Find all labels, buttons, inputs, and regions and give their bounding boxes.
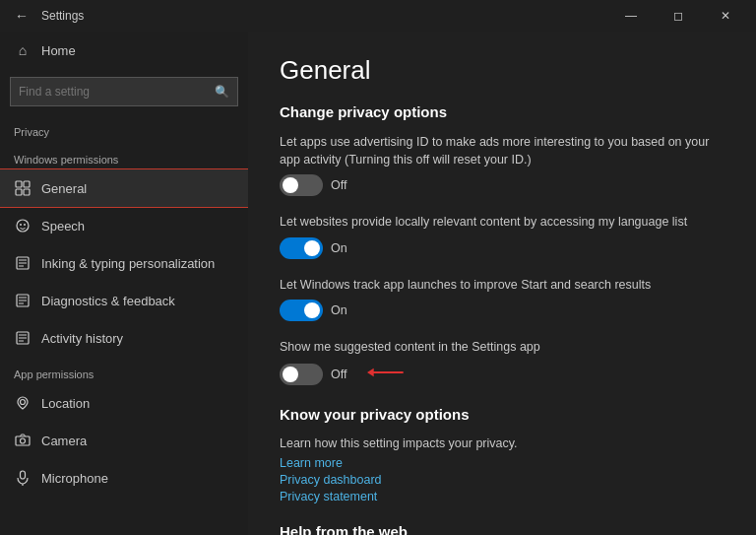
advertising-toggle-knob [283,177,298,193]
change-privacy-title: Change privacy options [280,103,724,120]
content-area: General Change privacy options Let apps … [248,32,756,535]
maximize-icon: ◻ [673,9,683,23]
suggested-toggle-knob [283,367,298,382]
sidebar-item-location-label: Location [41,396,90,411]
app-title: Settings [41,9,84,23]
svg-point-6 [24,224,26,226]
sidebar-item-microphone[interactable]: Microphone [0,459,248,497]
tracking-toggle-row: On [280,300,724,321]
sidebar-item-activity[interactable]: Activity history [0,319,248,357]
inking-icon [14,254,32,272]
know-desc: Learn how this setting impacts your priv… [280,436,724,450]
svg-point-21 [21,438,26,443]
home-icon: ⌂ [14,41,32,59]
learn-more-link[interactable]: Learn more [280,456,724,470]
svg-rect-3 [24,189,30,195]
privacy-statement-link[interactable]: Privacy statement [280,490,724,503]
svg-rect-2 [16,189,22,195]
sidebar-item-speech-label: Speech [41,219,85,234]
back-button[interactable]: ← [8,2,35,30]
tracking-toggle-label: On [331,303,347,317]
suggested-toggle-row: Off [280,363,724,386]
websites-toggle-row: On [280,237,724,259]
minimize-button[interactable]: — [608,0,654,32]
sidebar-item-home[interactable]: ⌂ Home [0,32,248,69]
sidebar-item-camera-label: Camera [41,434,87,448]
svg-marker-25 [367,368,374,375]
page-title: General [280,55,724,86]
main-layout: ⌂ Home 🔍 Privacy Windows permissions Gen… [0,32,756,535]
general-icon [14,179,32,197]
back-icon: ← [15,8,29,24]
advertising-toggle-label: Off [331,178,346,192]
close-icon: ✕ [721,9,730,23]
sidebar-item-diagnostics-label: Diagnostics & feedback [41,294,175,308]
location-icon [14,394,32,412]
windows-permissions-label: Windows permissions [0,142,248,169]
tracking-toggle[interactable] [280,300,323,321]
sidebar-item-general-label: General [41,181,87,196]
sidebar-item-inking-label: Inking & typing personalization [41,256,215,271]
advertising-desc: Let apps use advertising ID to make ads … [280,134,724,168]
sidebar-item-activity-label: Activity history [41,331,123,346]
help-title: Help from the web [280,523,724,536]
advertising-toggle[interactable] [280,174,323,196]
know-title: Know your privacy options [280,406,724,423]
suggested-option: Show me suggested content in the Setting… [280,339,724,386]
tracking-desc: Let Windows track app launches to improv… [280,277,724,295]
sidebar-item-inking[interactable]: Inking & typing personalization [0,244,248,282]
sidebar-item-home-label: Home [41,43,76,58]
suggested-toggle[interactable] [280,364,323,385]
sidebar: ⌂ Home 🔍 Privacy Windows permissions Gen… [0,32,248,535]
camera-icon [14,432,32,449]
svg-rect-22 [21,471,26,479]
arrow-indicator [362,363,411,386]
tracking-toggle-knob [304,302,320,318]
activity-icon [14,329,32,347]
diagnostics-icon [14,292,32,309]
search-input[interactable] [19,85,215,99]
websites-option: Let websites provide locally relevant co… [280,214,724,259]
help-section: Help from the web Managing Microsoft acc… [280,523,724,536]
websites-toggle-label: On [331,241,347,255]
advertising-toggle-row: Off [280,174,724,196]
search-icon: 🔍 [215,85,229,99]
advertising-option: Let apps use advertising ID to make ads … [280,134,724,196]
sidebar-item-speech[interactable]: Speech [0,207,248,244]
svg-point-4 [17,220,29,232]
sidebar-item-location[interactable]: Location [0,384,248,422]
speech-icon [14,217,32,234]
suggested-toggle-label: Off [331,368,346,381]
app-permissions-label: App permissions [0,357,248,384]
minimize-icon: — [625,9,637,23]
sidebar-item-diagnostics[interactable]: Diagnostics & feedback [0,282,248,319]
maximize-button[interactable]: ◻ [656,0,701,32]
search-box[interactable]: 🔍 [10,77,238,106]
close-button[interactable]: ✕ [703,0,748,32]
tracking-option: Let Windows track app launches to improv… [280,277,724,322]
websites-toggle[interactable] [280,237,323,259]
svg-point-19 [21,400,26,405]
privacy-label: Privacy [0,114,248,142]
suggested-desc: Show me suggested content in the Setting… [280,339,724,357]
svg-rect-0 [16,181,22,187]
svg-point-5 [20,224,22,226]
window-controls: — ◻ ✕ [608,0,748,32]
websites-toggle-knob [304,240,320,256]
sidebar-item-microphone-label: Microphone [41,471,108,486]
titlebar: ← Settings — ◻ ✕ [0,0,756,32]
sidebar-item-camera[interactable]: Camera [0,422,248,459]
privacy-dashboard-link[interactable]: Privacy dashboard [280,473,724,487]
websites-desc: Let websites provide locally relevant co… [280,214,724,232]
know-section: Know your privacy options Learn how this… [280,406,724,503]
microphone-icon [14,469,32,487]
svg-rect-20 [16,436,30,445]
sidebar-item-general[interactable]: General [0,169,248,207]
svg-rect-1 [24,181,30,187]
